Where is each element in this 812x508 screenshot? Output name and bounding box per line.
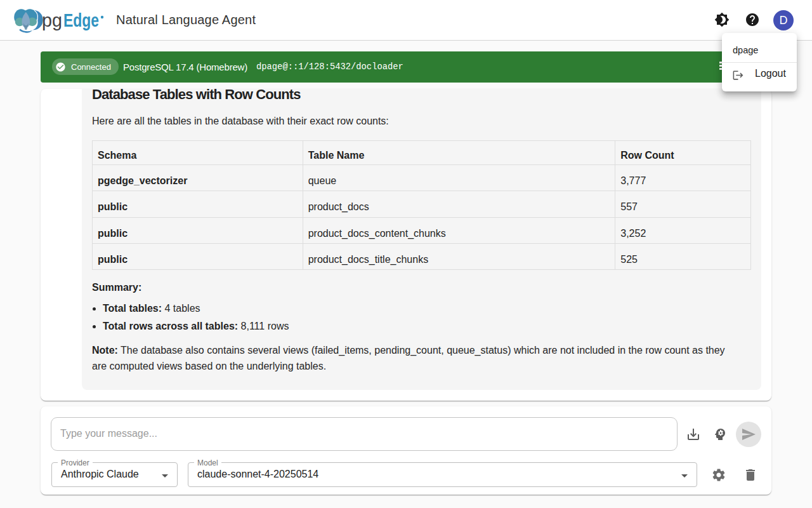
svg-text:Edge: Edge	[63, 10, 99, 30]
svg-text:pg: pg	[42, 10, 62, 30]
